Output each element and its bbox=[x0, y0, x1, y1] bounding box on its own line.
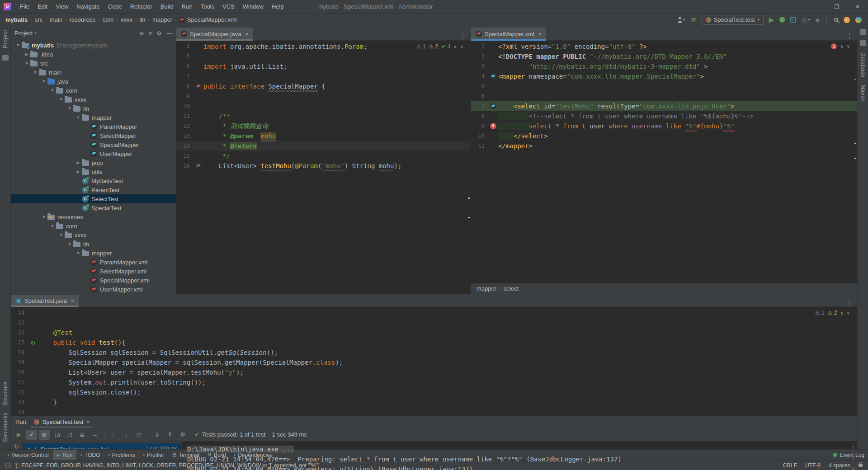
chevron-down-icon[interactable]: ▾ bbox=[34, 31, 36, 35]
breadcrumb-item-mybatis[interactable]: mybatis bbox=[5, 16, 28, 23]
toolwindow-button-problems[interactable]: ▪Problems bbox=[104, 450, 139, 460]
tree-item-lln[interactable]: ▼lln bbox=[11, 104, 176, 113]
run-toolbar-icon-11[interactable]: ⇑ bbox=[165, 430, 175, 440]
inspection-widget-java[interactable]: ⚠ 1 ⚠ 2 ✔ 4 ∧ ∨ bbox=[416, 43, 463, 50]
locate-file-icon[interactable]: ⊕ bbox=[139, 30, 144, 37]
tree-item-parammapper.xml[interactable]: ParamMapper.xml bbox=[11, 258, 176, 267]
java-code-area[interactable]: 4import org.apache.ibatis.annotations.Pa… bbox=[176, 41, 471, 294]
toolwindow-project-button[interactable]: Project bbox=[2, 30, 9, 48]
menu-run[interactable]: Run bbox=[178, 0, 197, 14]
menu-edit[interactable]: Edit bbox=[33, 0, 52, 14]
menu-build[interactable]: Build bbox=[156, 0, 178, 14]
run-toolbar-icon-8[interactable]: ↓ bbox=[121, 430, 132, 440]
tree-chevron-icon[interactable]: ▼ bbox=[40, 79, 47, 84]
inspection-widget-xml[interactable]: 1 ∧ ∨ bbox=[831, 43, 850, 49]
tree-item-selectmapper[interactable]: SelectMapper bbox=[11, 131, 176, 140]
tree-item-usermapper.xml[interactable]: UserMapper.xml bbox=[11, 285, 176, 294]
hide-panel-icon[interactable]: — bbox=[166, 30, 172, 37]
tree-item-.idea[interactable]: ▶.idea bbox=[11, 50, 176, 59]
run-toolbar-icon-6[interactable]: ≂ bbox=[90, 430, 100, 440]
toolwindow-bookmarks-button[interactable]: Bookmarks bbox=[2, 413, 9, 442]
error-bulb-icon[interactable] bbox=[490, 123, 496, 129]
run-toolbar-icon-3[interactable]: ↓a bbox=[52, 430, 62, 440]
tree-item-lln[interactable]: ▼lln bbox=[11, 240, 176, 249]
update-notification-icon[interactable]: ↑ bbox=[844, 17, 850, 23]
tree-chevron-icon[interactable]: ▶ bbox=[75, 160, 82, 165]
toolwindow-structure-button[interactable]: Structure bbox=[2, 381, 9, 405]
project-stripe-icon[interactable] bbox=[2, 55, 9, 61]
run-toolbar-icon-0[interactable]: ▶ bbox=[14, 430, 24, 440]
tree-item-mybatis[interactable]: ▼mybatisD:\program\mybatis bbox=[11, 41, 176, 50]
run-toolbar-icon-1[interactable]: ✓ bbox=[26, 430, 37, 440]
tree-item-specialtest[interactable]: CSpecialTest bbox=[11, 203, 176, 212]
notifications-icon[interactable] bbox=[860, 29, 866, 35]
run-toolbar-icon-2[interactable]: ⊘ bbox=[39, 430, 50, 440]
tree-chevron-icon[interactable]: ▼ bbox=[49, 224, 56, 228]
test-results-tree[interactable]: ▼✔SpecialTest(com.xxxx.lln)1 sec 349 ms✔… bbox=[23, 442, 182, 449]
mybatis-gutter-icon[interactable] bbox=[195, 83, 202, 89]
toolwindow-button-todo[interactable]: ▪TODO bbox=[76, 450, 104, 460]
menu-code[interactable]: Code bbox=[104, 0, 126, 14]
tree-item-selecttest[interactable]: CSelectTest bbox=[11, 194, 176, 203]
tree-item-com[interactable]: ▼com bbox=[11, 221, 176, 230]
run-toolbar-icon-9[interactable]: ◷ bbox=[133, 430, 144, 440]
run-toolbar-icon-10[interactable]: ⇓ bbox=[152, 430, 163, 440]
tree-item-resources[interactable]: ▼resources bbox=[11, 212, 176, 221]
tree-chevron-icon[interactable]: ▼ bbox=[32, 70, 39, 75]
breadcrumb-item-src[interactable]: src bbox=[34, 16, 43, 23]
tab-specialmapper-java[interactable]: SpecialMapper.java ✕ bbox=[176, 28, 253, 40]
run-toolbar-icon-7[interactable]: ↑ bbox=[108, 430, 119, 440]
mybatis-gutter-icon[interactable] bbox=[490, 103, 496, 109]
tab-options-icon[interactable]: ⋮ bbox=[842, 33, 857, 40]
close-tab-icon[interactable]: ✕ bbox=[245, 32, 248, 37]
build-hammer-icon[interactable]: ⚒ bbox=[690, 16, 696, 24]
breadcrumb-item-com[interactable]: com bbox=[101, 16, 114, 23]
breadcrumb-item-main[interactable]: main bbox=[49, 16, 63, 23]
user-icon[interactable]: ▾ bbox=[678, 18, 685, 22]
search-everywhere-icon[interactable] bbox=[834, 18, 838, 22]
mybatis-gutter-icon[interactable] bbox=[195, 163, 202, 169]
tree-item-java[interactable]: ▼java bbox=[11, 77, 176, 86]
close-tab-icon[interactable]: ✕ bbox=[538, 32, 542, 37]
tree-item-specialmapper[interactable]: SpecialMapper bbox=[11, 140, 176, 149]
tree-chevron-icon[interactable]: ▼ bbox=[66, 106, 73, 111]
tree-item-utils[interactable]: ▶utils bbox=[11, 167, 176, 176]
tree-chevron-icon[interactable]: ▼ bbox=[57, 97, 65, 102]
tree-chevron-icon[interactable]: ▶ bbox=[23, 52, 30, 56]
tree-item-com[interactable]: ▼com bbox=[11, 86, 176, 95]
coverage-button[interactable] bbox=[790, 17, 796, 23]
menu-refactor[interactable]: Refactor bbox=[126, 0, 156, 14]
menu-tools[interactable]: Tools bbox=[197, 0, 218, 14]
console-icon-1[interactable]: ↓ bbox=[852, 455, 854, 461]
breadcrumb-item-lln[interactable]: lln bbox=[138, 16, 146, 23]
console-icon-2[interactable]: ⇟ bbox=[851, 466, 855, 470]
tree-item-specialmapper.xml[interactable]: SpecialMapper.xml bbox=[11, 276, 176, 285]
run-toolbar-icon-5[interactable]: ≣ bbox=[77, 430, 88, 440]
menu-file[interactable]: File bbox=[16, 0, 33, 14]
tree-item-mybatistest[interactable]: CMyBatisTest bbox=[11, 176, 176, 185]
toolwindow-database-button[interactable]: Database bbox=[860, 52, 866, 77]
tree-chevron-icon[interactable]: ▼ bbox=[40, 215, 47, 219]
tree-item-mapper[interactable]: ▼mapper bbox=[11, 113, 176, 122]
menu-help[interactable]: Help bbox=[268, 0, 288, 14]
tree-item-src[interactable]: ▼src bbox=[11, 59, 176, 68]
run-tab[interactable]: SpecialTest.test ✕ bbox=[31, 416, 92, 428]
tree-chevron-icon[interactable]: ▼ bbox=[66, 242, 73, 246]
stop-button[interactable]: ■ bbox=[816, 16, 819, 24]
mybatis-gutter-icon[interactable] bbox=[490, 73, 496, 80]
breadcrumb-item-xxxx[interactable]: xxxx bbox=[120, 16, 133, 23]
menu-window[interactable]: Window bbox=[239, 0, 268, 14]
run-toolbar-icon-12[interactable]: ⚙ bbox=[177, 430, 188, 440]
breadcrumb-mapper[interactable]: mapper bbox=[476, 285, 496, 292]
close-tab-icon[interactable]: ✕ bbox=[86, 419, 90, 424]
tab-options-icon[interactable]: ⋮ bbox=[455, 33, 471, 40]
gear-icon[interactable]: ⚙ bbox=[156, 30, 162, 37]
toolwindow-button-profiler[interactable]: ▪Profiler bbox=[139, 450, 169, 460]
tree-item-xxxx[interactable]: ▼xxxx bbox=[11, 230, 176, 240]
run-test-gutter-icon[interactable]: ↻ bbox=[31, 339, 36, 346]
run-button[interactable]: ▶ bbox=[769, 16, 774, 24]
close-tab-icon[interactable]: ✕ bbox=[71, 298, 74, 303]
tree-chevron-icon[interactable]: ▼ bbox=[57, 233, 65, 237]
maximize-button[interactable]: ❐ bbox=[826, 0, 847, 14]
menu-vcs[interactable]: VCS bbox=[218, 0, 239, 14]
